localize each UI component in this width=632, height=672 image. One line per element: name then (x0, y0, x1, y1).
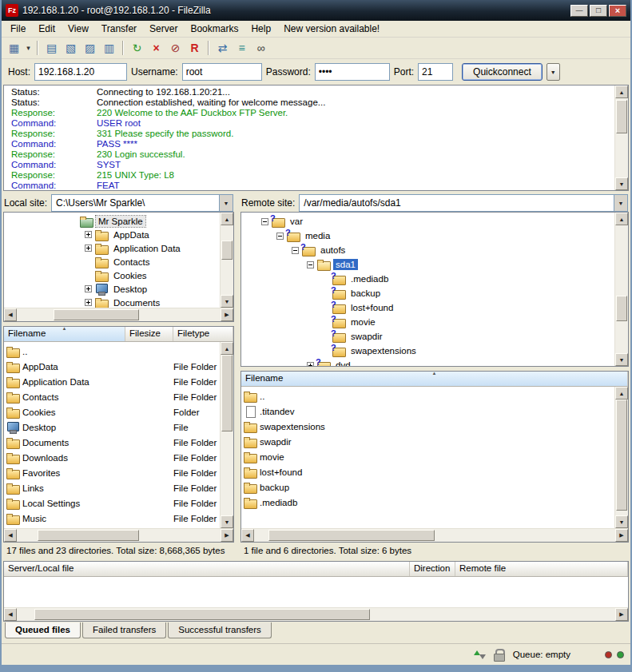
remote-list-vscrollbar[interactable] (614, 387, 628, 528)
scroll-thumb[interactable] (54, 309, 139, 320)
file-row[interactable]: swapdir (241, 434, 614, 449)
file-row[interactable]: .. (241, 388, 614, 404)
column-header-filename[interactable]: Filename (4, 327, 125, 341)
local-list-hscrollbar[interactable] (4, 528, 233, 542)
expand-toggle-icon[interactable] (85, 231, 92, 238)
log-vscrollbar[interactable] (614, 85, 628, 190)
scroll-thumb[interactable] (38, 530, 140, 541)
tree-item[interactable]: Mr Sparkle (4, 214, 220, 228)
file-row[interactable]: Cookies Folder (4, 404, 220, 420)
expand-toggle-icon[interactable] (276, 233, 284, 240)
cancel-icon[interactable]: × (147, 39, 165, 57)
refresh-icon[interactable]: ↻ (128, 39, 146, 57)
toggle-queue-icon[interactable]: ▥ (100, 39, 118, 57)
scroll-thumb[interactable] (221, 355, 233, 431)
file-row[interactable]: Downloads File Folder (4, 450, 220, 465)
speed-limits-icon[interactable] (473, 649, 486, 661)
file-row[interactable]: backup (241, 479, 614, 495)
expand-toggle-icon[interactable] (85, 299, 92, 306)
menu-item[interactable]: Bookmarks (184, 22, 244, 36)
menu-item[interactable]: Edit (32, 22, 62, 36)
scroll-down-icon[interactable] (615, 353, 628, 366)
disconnect-icon[interactable]: ⊘ (166, 39, 185, 57)
menu-item[interactable]: Help (244, 22, 277, 36)
menu-item[interactable]: File (4, 22, 32, 36)
file-row[interactable]: Music File Folder (4, 511, 220, 526)
scroll-down-icon[interactable] (221, 295, 233, 308)
queue-tab[interactable]: Failed transfers (82, 622, 166, 638)
column-header-remote-file[interactable]: Remote file (455, 562, 628, 576)
tree-item[interactable]: .mediadb (241, 272, 614, 286)
local-list-vscrollbar[interactable] (220, 342, 233, 528)
scroll-track[interactable] (254, 529, 615, 542)
tree-item[interactable]: Desktop (4, 282, 220, 296)
column-header-server-local-file[interactable]: Server/Local file (4, 562, 410, 576)
expand-toggle-icon[interactable] (85, 245, 92, 252)
remote-list-hscrollbar[interactable] (241, 528, 628, 542)
local-site-combobox[interactable]: C:\Users\Mr Sparkle\ (51, 194, 233, 212)
scroll-track[interactable] (17, 308, 221, 321)
toolbar-separator[interactable] (37, 41, 38, 55)
scroll-track[interactable] (17, 529, 221, 542)
scroll-track[interactable] (17, 608, 615, 621)
username-input[interactable] (182, 63, 262, 81)
scroll-left-icon[interactable] (4, 308, 17, 321)
local-tree-vscrollbar[interactable] (220, 213, 233, 308)
menu-item[interactable]: Transfer (95, 22, 143, 36)
file-row[interactable]: .titandev (241, 404, 614, 419)
scroll-up-icon[interactable] (615, 387, 628, 400)
scroll-down-icon[interactable] (615, 515, 628, 528)
host-input[interactable] (34, 63, 127, 81)
tree-item[interactable]: backup (241, 286, 614, 300)
tree-item[interactable]: swapextensions (241, 344, 614, 358)
file-row[interactable]: .mediadb (241, 495, 614, 510)
port-input[interactable] (418, 63, 453, 81)
scroll-track[interactable] (615, 98, 628, 177)
quickconnect-dropdown-icon[interactable] (547, 63, 560, 81)
menu-item[interactable]: New version available! (277, 22, 386, 36)
scroll-up-icon[interactable] (615, 85, 628, 98)
toggle-remote-tree-icon[interactable]: ▨ (81, 39, 99, 57)
scroll-track[interactable] (221, 355, 233, 515)
expand-toggle-icon[interactable] (85, 285, 92, 292)
scroll-thumb[interactable] (616, 296, 627, 321)
tree-item[interactable]: sda1 (241, 257, 614, 272)
toggle-message-log-icon[interactable]: ▤ (42, 39, 61, 57)
scroll-right-icon[interactable] (221, 529, 233, 542)
file-row[interactable]: Contacts File Folder (4, 389, 220, 404)
file-row[interactable]: lost+found (241, 464, 614, 479)
tree-item[interactable]: media (241, 229, 614, 243)
reconnect-icon[interactable]: R (185, 39, 204, 57)
scroll-up-icon[interactable] (221, 213, 233, 225)
site-manager-dropdown-icon[interactable]: ▾ (24, 39, 33, 57)
tree-item[interactable]: autofs (241, 243, 614, 257)
queue-tab[interactable]: Successful transfers (168, 622, 272, 638)
file-row[interactable]: .. (4, 344, 220, 359)
tree-item[interactable]: AppData (4, 228, 220, 241)
combo-dropdown-icon[interactable] (614, 195, 627, 211)
menu-item[interactable]: View (62, 22, 95, 36)
toolbar-separator[interactable] (208, 41, 209, 55)
expand-toggle-icon[interactable] (307, 362, 314, 367)
quickconnect-button[interactable]: Quickconnect (462, 63, 543, 81)
queue-hscrollbar[interactable] (4, 607, 628, 621)
scroll-down-icon[interactable] (221, 515, 233, 528)
find-files-icon[interactable]: ∞ (252, 39, 270, 57)
scroll-up-icon[interactable] (221, 342, 233, 355)
column-header-direction[interactable]: Direction (410, 562, 455, 576)
scroll-left-icon[interactable] (4, 529, 17, 542)
scroll-down-icon[interactable] (615, 177, 628, 190)
scroll-right-icon[interactable] (221, 308, 233, 321)
column-header-filetype[interactable]: Filetype (173, 327, 233, 341)
close-button[interactable]: × (609, 5, 626, 17)
scroll-up-icon[interactable] (615, 213, 628, 225)
toggle-local-tree-icon[interactable]: ▧ (62, 39, 80, 57)
file-row[interactable]: Desktop File (4, 420, 220, 435)
scroll-thumb[interactable] (616, 400, 627, 511)
file-row[interactable]: Application Data File Folder (4, 374, 220, 389)
scroll-thumb[interactable] (268, 530, 435, 541)
tree-item[interactable]: swapdir (241, 329, 614, 344)
column-header-filename[interactable]: Filename (241, 372, 628, 386)
file-row[interactable]: AppData File Folder (4, 359, 220, 374)
file-row[interactable]: Local Settings File Folder (4, 495, 220, 511)
